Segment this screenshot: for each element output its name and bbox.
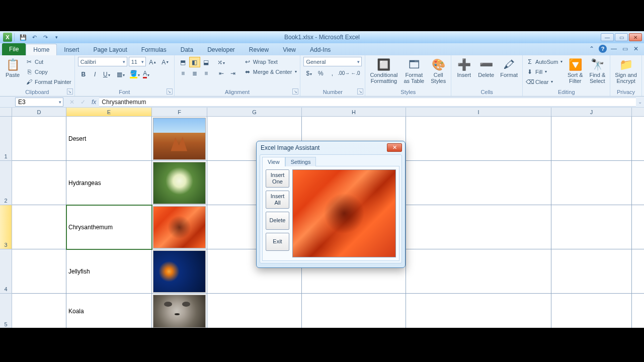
underline-button[interactable]: U xyxy=(101,69,112,79)
cell[interactable] xyxy=(551,117,632,161)
font-launcher-icon[interactable]: ↘ xyxy=(167,88,173,95)
delete-cells-button[interactable]: ➖Delete xyxy=(476,57,496,79)
undo-icon[interactable]: ↶ xyxy=(30,33,39,42)
cell[interactable]: Desert xyxy=(66,117,152,161)
cut-button[interactable]: ✂Cut xyxy=(25,57,71,66)
tab-view[interactable]: View xyxy=(276,44,303,55)
font-size-select[interactable]: 11 xyxy=(129,57,146,66)
font-color-button[interactable]: A xyxy=(141,69,152,79)
cell[interactable] xyxy=(152,161,207,205)
redo-icon[interactable]: ↷ xyxy=(41,33,50,42)
tab-review[interactable]: Review xyxy=(242,44,276,55)
align-right-button[interactable]: ≡ xyxy=(201,68,212,78)
save-icon[interactable]: 💾 xyxy=(19,33,28,42)
cell[interactable] xyxy=(551,205,632,249)
mdi-minimize-icon[interactable]: — xyxy=(610,45,618,53)
help-icon[interactable]: ? xyxy=(599,45,607,53)
align-center-button[interactable]: ≣ xyxy=(189,68,200,78)
dialog-tab-view[interactable]: View xyxy=(262,157,285,166)
cell[interactable] xyxy=(12,205,66,249)
cell[interactable] xyxy=(152,249,207,294)
copy-button[interactable]: ⎘Copy xyxy=(25,67,71,76)
image-thumbnail[interactable] xyxy=(153,118,206,160)
grow-font-button[interactable]: A▲ xyxy=(147,57,158,67)
autosum-button[interactable]: ΣAutoSum▾ xyxy=(526,57,562,66)
row-header[interactable]: 1 xyxy=(0,117,12,161)
cancel-formula-icon[interactable]: ✕ xyxy=(67,98,76,107)
column-header[interactable]: E xyxy=(66,108,152,116)
cell[interactable]: Hydrangeas xyxy=(66,161,152,205)
decrease-decimal-button[interactable]: ←.0 xyxy=(350,68,361,78)
conditional-formatting-button[interactable]: 🔲Conditional Formatting xyxy=(368,57,399,85)
fill-button[interactable]: ⬇Fill▾ xyxy=(526,67,562,76)
font-name-select[interactable]: Calibri xyxy=(78,57,127,66)
align-bottom-button[interactable]: ⬓ xyxy=(201,57,212,67)
column-header[interactable]: I xyxy=(406,108,551,116)
currency-button[interactable]: $ xyxy=(303,68,314,78)
cell[interactable] xyxy=(207,294,302,328)
cell[interactable] xyxy=(152,205,207,249)
fill-color-button[interactable]: 🪣 xyxy=(129,69,140,79)
cell[interactable] xyxy=(302,294,406,328)
exit-button[interactable]: Exit xyxy=(266,233,289,251)
orientation-button[interactable]: ⤮ xyxy=(216,57,227,67)
column-header[interactable]: D xyxy=(12,108,66,116)
row-header[interactable]: 3 xyxy=(0,205,12,249)
sort-filter-button[interactable]: 🔽Sort & Filter xyxy=(566,57,585,85)
cell[interactable] xyxy=(152,294,207,328)
border-button[interactable]: ▦ xyxy=(115,69,126,79)
insert-cells-button[interactable]: ➕Insert xyxy=(454,57,473,79)
insert-one-button[interactable]: Insert One xyxy=(266,169,289,188)
cell[interactable] xyxy=(551,249,632,294)
cell[interactable] xyxy=(152,117,207,161)
expand-formula-icon[interactable]: ⌄ xyxy=(636,99,644,105)
cell[interactable] xyxy=(12,249,66,294)
paste-button[interactable]: 📋 Paste xyxy=(3,57,22,79)
cell-styles-button[interactable]: 🎨Cell Styles xyxy=(429,57,448,85)
number-launcher-icon[interactable]: ↘ xyxy=(357,88,363,95)
tab-add-ins[interactable]: Add-Ins xyxy=(303,44,338,55)
row-header[interactable]: 4 xyxy=(0,249,12,294)
shrink-font-button[interactable]: A▼ xyxy=(160,57,171,67)
cell[interactable] xyxy=(12,161,66,205)
increase-indent-button[interactable]: ⇥ xyxy=(227,68,238,78)
enter-formula-icon[interactable]: ✓ xyxy=(78,98,88,107)
cell[interactable] xyxy=(406,205,551,249)
insert-all-button[interactable]: Insert All xyxy=(266,191,289,209)
decrease-indent-button[interactable]: ⇤ xyxy=(216,68,227,78)
row-header[interactable]: 5 xyxy=(0,294,12,328)
cell[interactable] xyxy=(406,117,551,161)
dialog-titlebar[interactable]: Excel Image Assistant ✕ xyxy=(257,141,405,154)
format-as-table-button[interactable]: 🗔Format as Table xyxy=(402,57,426,85)
column-header[interactable]: J xyxy=(551,108,632,116)
cell[interactable]: Chrysanthemum xyxy=(66,205,152,249)
format-cells-button[interactable]: 🖍Format xyxy=(499,57,519,79)
increase-decimal-button[interactable]: .00→ xyxy=(338,68,349,78)
image-thumbnail[interactable] xyxy=(153,206,206,248)
column-header[interactable]: F xyxy=(152,108,207,116)
minimize-ribbon-icon[interactable]: ⌃ xyxy=(588,45,596,53)
select-all-corner[interactable] xyxy=(0,108,12,117)
cell[interactable] xyxy=(406,294,551,328)
cell[interactable]: Koala xyxy=(66,294,152,328)
dialog-tab-settings[interactable]: Settings xyxy=(285,157,316,166)
cell[interactable] xyxy=(12,117,66,161)
cell[interactable] xyxy=(12,294,66,328)
tab-developer[interactable]: Developer xyxy=(200,44,242,55)
number-format-select[interactable]: General xyxy=(303,57,362,66)
clear-button[interactable]: ⌫Clear▾ xyxy=(526,77,562,86)
alignment-launcher-icon[interactable]: ↘ xyxy=(292,88,298,95)
cell[interactable] xyxy=(406,249,551,294)
column-header[interactable]: G xyxy=(207,108,302,116)
tab-file[interactable]: File xyxy=(2,43,26,55)
image-thumbnail[interactable] xyxy=(153,295,206,328)
name-box[interactable]: E3 xyxy=(15,98,63,107)
align-top-button[interactable]: ⬒ xyxy=(178,57,189,67)
dialog-close-button[interactable]: ✕ xyxy=(387,143,402,152)
cell[interactable] xyxy=(406,161,551,205)
wrap-text-button[interactable]: ↩Wrap Text xyxy=(244,57,297,66)
minimize-button[interactable]: — xyxy=(601,33,614,41)
formula-input[interactable]: Chrysanthemum xyxy=(99,98,636,107)
column-header[interactable]: H xyxy=(302,108,406,116)
clipboard-launcher-icon[interactable]: ↘ xyxy=(67,88,73,95)
